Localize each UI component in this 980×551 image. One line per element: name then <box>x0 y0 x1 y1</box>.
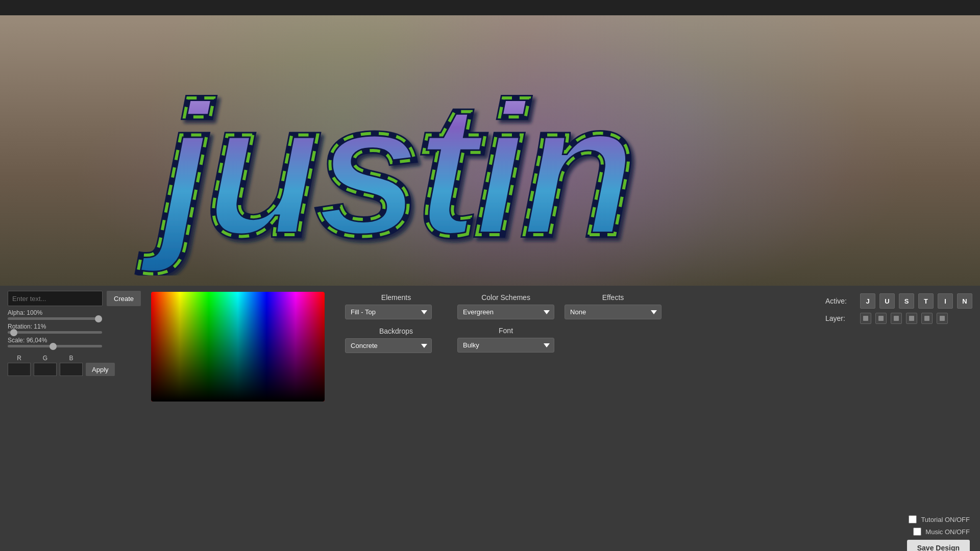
create-button[interactable]: Create <box>107 291 141 306</box>
active-row: Active: J U S T I N <box>825 293 972 309</box>
middle-controls: Elements Fill - Top Fill - Bottom Outlin… <box>345 291 447 353</box>
layer-dot-4[interactable] <box>906 313 917 324</box>
control-panel: Create Alpha: 100% Rotation: 11% Scale: … <box>0 286 980 551</box>
g-column: G 155 <box>34 355 57 376</box>
color-effects-controls: Color Schemes Evergreen Sunset Ocean Fir… <box>457 291 662 353</box>
color-gradient[interactable] <box>151 292 325 402</box>
save-design-button[interactable]: Save Design <box>907 540 970 551</box>
left-controls: Create Alpha: 100% Rotation: 11% Scale: … <box>8 291 141 376</box>
letter-u-button[interactable]: U <box>879 293 895 309</box>
layer-dot-5[interactable] <box>921 313 933 324</box>
text-input[interactable] <box>8 291 103 306</box>
r-label: R <box>17 355 21 362</box>
rotation-slider[interactable] <box>8 331 102 334</box>
alpha-slider-row: Alpha: 100% <box>8 309 141 320</box>
effects-dropdown[interactable]: None Glow Drips Sparkles <box>565 305 662 319</box>
music-toggle-label: Music ON/OFF <box>925 528 970 536</box>
text-create-row: Create <box>8 291 141 306</box>
letter-n-button[interactable]: N <box>957 293 972 309</box>
active-label: Active: <box>825 297 856 305</box>
effects-section: Effects None Glow Drips Sparkles <box>565 293 662 353</box>
graffiti-green-overlay: justin <box>138 64 631 276</box>
rgb-row: R 251 G 155 B 255 Apply <box>8 355 141 376</box>
tutorial-toggle-row: Tutorial ON/OFF <box>909 515 970 523</box>
letter-t-button[interactable]: T <box>918 293 934 309</box>
b-input[interactable]: 255 <box>60 363 83 376</box>
scale-slider-row: Scale: 96,04% <box>8 337 141 347</box>
backdrops-label: Backdrops <box>345 327 447 335</box>
layer-dot-2[interactable] <box>875 313 887 324</box>
bottom-right-controls: Tutorial ON/OFF Music ON/OFF Save Design <box>907 515 970 551</box>
elements-dropdown[interactable]: Fill - Top Fill - Bottom Outline Shadow <box>345 305 432 319</box>
right-controls: Active: J U S T I N Layer: <box>825 291 972 324</box>
elements-section: Elements Fill - Top Fill - Bottom Outlin… <box>345 293 447 319</box>
backdrops-section: Backdrops Concrete Brick Wall Subway Woo… <box>345 327 447 353</box>
color-schemes-dropdown[interactable]: Evergreen Sunset Ocean Fire Neon <box>457 305 554 319</box>
rotation-slider-row: Rotation: 11% <box>8 323 141 334</box>
tutorial-toggle-label: Tutorial ON/OFF <box>921 516 970 523</box>
r-column: R 251 <box>8 355 31 376</box>
scale-slider[interactable] <box>8 345 102 347</box>
backdrops-dropdown[interactable]: Concrete Brick Wall Subway Wood <box>345 338 432 353</box>
color-schemes-label: Color Schemes <box>457 293 554 302</box>
graffiti-svg: justin justin <box>133 31 847 276</box>
layer-row: Layer: <box>825 313 972 324</box>
layer-dot-1[interactable] <box>860 313 871 324</box>
header-bar <box>0 0 980 15</box>
elements-label: Elements <box>345 293 447 302</box>
tutorial-checkbox[interactable] <box>909 515 917 523</box>
b-label: B <box>69 355 73 362</box>
canvas-area: justin justin <box>0 15 980 286</box>
apply-button[interactable]: Apply <box>86 363 115 376</box>
r-input[interactable]: 251 <box>8 363 31 376</box>
letter-j-button[interactable]: J <box>860 293 875 309</box>
alpha-slider[interactable] <box>8 317 102 320</box>
music-toggle-row: Music ON/OFF <box>913 528 970 536</box>
music-checkbox[interactable] <box>913 528 921 536</box>
letter-i-button[interactable]: I <box>938 293 953 309</box>
effects-label: Effects <box>565 293 662 302</box>
color-picker[interactable] <box>151 292 325 402</box>
font-label: Font <box>457 327 554 335</box>
layer-dot-6[interactable] <box>937 313 948 324</box>
layer-dot-3[interactable] <box>891 313 902 324</box>
b-column: B 255 <box>60 355 83 376</box>
color-schemes-section: Color Schemes Evergreen Sunset Ocean Fir… <box>457 293 554 353</box>
g-input[interactable]: 155 <box>34 363 57 376</box>
letter-s-button[interactable]: S <box>899 293 914 309</box>
g-label: G <box>43 355 47 362</box>
layer-label: Layer: <box>825 314 856 322</box>
font-dropdown[interactable]: Bulky Retro Thin Wild <box>457 338 554 353</box>
graffiti-background: justin justin <box>0 15 980 286</box>
